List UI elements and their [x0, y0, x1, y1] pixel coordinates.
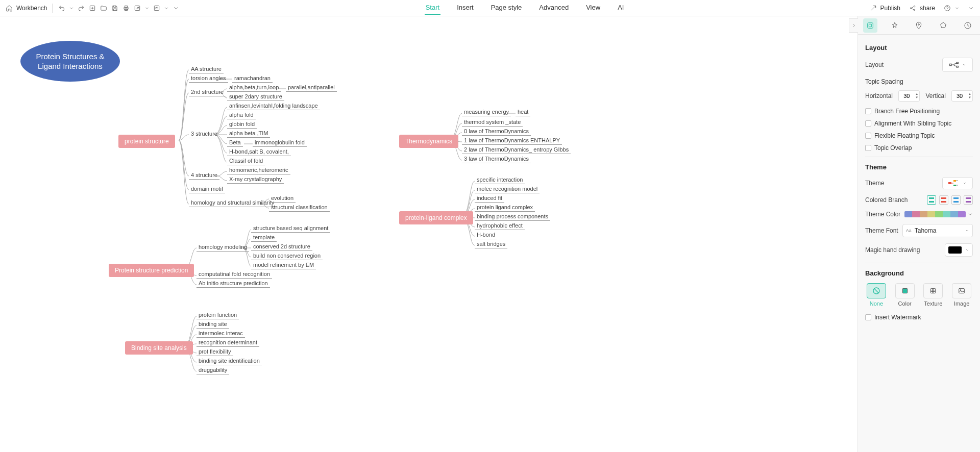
- undo-icon[interactable]: [58, 4, 66, 12]
- chevron-down-icon[interactable]: [69, 4, 74, 12]
- import-icon[interactable]: [153, 4, 161, 12]
- chevron-down-icon[interactable]: [954, 4, 960, 12]
- more-icon[interactable]: [172, 4, 180, 12]
- help-icon[interactable]: [943, 4, 951, 12]
- open-icon[interactable]: [100, 4, 108, 12]
- publish-icon[interactable]: [869, 4, 877, 12]
- save-icon[interactable]: [111, 4, 119, 12]
- share-label[interactable]: share: [920, 5, 935, 12]
- nav-view[interactable]: View: [585, 1, 601, 15]
- redo-icon[interactable]: [77, 4, 85, 12]
- nav-advanced[interactable]: Advanced: [538, 1, 570, 15]
- nav-insert[interactable]: Insert: [456, 1, 475, 15]
- menu-icon[interactable]: [967, 4, 975, 12]
- svg-rect-3: [125, 9, 128, 11]
- svg-point-6: [910, 7, 911, 8]
- divider: [52, 4, 53, 13]
- top-toolbar: Workbench Start Insert Page style Advanc…: [0, 0, 980, 16]
- share-icon[interactable]: [909, 4, 917, 12]
- svg-rect-2: [125, 6, 128, 7]
- svg-point-8: [914, 9, 915, 10]
- export-icon[interactable]: [133, 4, 141, 12]
- publish-label[interactable]: Publish: [880, 5, 900, 12]
- new-icon[interactable]: [88, 4, 96, 12]
- chevron-down-icon[interactable]: [164, 4, 169, 12]
- print-icon[interactable]: [122, 4, 130, 12]
- chevron-down-icon[interactable]: [144, 4, 150, 12]
- nav-ai[interactable]: AI: [617, 1, 625, 15]
- nav-start[interactable]: Start: [425, 1, 440, 15]
- nav-page-style[interactable]: Page style: [490, 1, 523, 15]
- svg-point-7: [914, 6, 915, 7]
- svg-rect-1: [124, 7, 128, 9]
- workbench-label[interactable]: Workbench: [16, 5, 47, 12]
- home-icon[interactable]: [5, 4, 13, 12]
